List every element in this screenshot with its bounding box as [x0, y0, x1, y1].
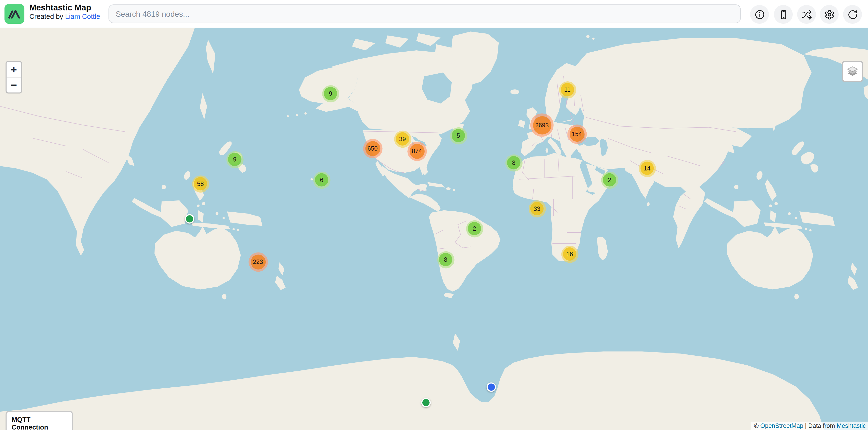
info-button[interactable]: [750, 5, 769, 24]
cluster-count: 8: [507, 156, 521, 169]
cluster-count: 39: [396, 132, 409, 145]
openstreetmap-link[interactable]: OpenStreetMap: [760, 422, 803, 429]
mobile-device-button[interactable]: [774, 5, 793, 24]
mqtt-connection-legend: MQTT Connection ConnectedDisconnected: [6, 410, 73, 430]
cluster-count: 58: [194, 177, 207, 190]
cluster-count: 154: [569, 126, 584, 141]
refresh-icon: [847, 9, 858, 20]
meshtastic-map-app: 911269315439650874582149586332816223 + −…: [0, 0, 868, 430]
settings-button[interactable]: [820, 5, 839, 24]
zoom-out-button[interactable]: −: [6, 77, 21, 93]
node-cluster-marker[interactable]: 9: [226, 151, 243, 168]
title-block: Meshtastic Map Created by Liam Cottle: [29, 3, 100, 21]
cluster-count: 9: [228, 153, 242, 166]
meshtastic-logo-icon: [4, 4, 24, 24]
node-cluster-marker[interactable]: 874: [407, 141, 427, 161]
node-cluster-marker[interactable]: 14: [639, 160, 656, 177]
node-marker-connected[interactable]: [421, 398, 430, 407]
node-cluster-marker[interactable]: 8: [505, 154, 522, 171]
node-cluster-marker[interactable]: 2: [601, 171, 618, 188]
page-title: Meshtastic Map: [29, 3, 100, 12]
node-cluster-marker[interactable]: 650: [363, 139, 382, 158]
node-cluster-marker[interactable]: 223: [248, 252, 268, 271]
cluster-count: 33: [530, 202, 544, 215]
meshtastic-logo: [4, 4, 24, 24]
cluster-count: 5: [452, 129, 465, 142]
top-bar: Meshtastic Map Created by Liam Cottle: [0, 0, 868, 28]
meshtastic-link[interactable]: Meshtastic: [837, 422, 866, 429]
cluster-count: 650: [365, 141, 380, 156]
node-cluster-marker[interactable]: 5: [450, 127, 467, 144]
node-cluster-marker[interactable]: 2693: [530, 113, 554, 137]
cluster-count: 2: [603, 173, 616, 187]
node-marker-connected[interactable]: [185, 214, 194, 223]
cluster-count: 2: [468, 222, 481, 235]
cluster-count: 9: [324, 87, 337, 100]
cluster-count: 16: [563, 247, 577, 261]
map-zoom-control: + −: [6, 61, 22, 94]
zoom-in-button[interactable]: +: [6, 62, 21, 77]
info-icon: [754, 9, 765, 20]
cluster-count: 6: [315, 173, 329, 187]
refresh-button[interactable]: [843, 5, 862, 24]
search-input[interactable]: [108, 4, 741, 23]
cluster-count: 11: [561, 83, 574, 96]
node-cluster-marker[interactable]: 11: [559, 81, 576, 98]
smartphone-icon: [778, 9, 788, 20]
node-cluster-marker[interactable]: 58: [192, 175, 209, 192]
attribution-copyright: ©: [754, 422, 761, 429]
layers-icon: [846, 65, 859, 77]
cluster-count: 8: [439, 253, 453, 266]
cluster-count: 223: [250, 254, 266, 269]
node-cluster-marker[interactable]: 6: [313, 171, 330, 188]
node-cluster-marker[interactable]: 8: [437, 251, 454, 268]
byline: Created by Liam Cottle: [29, 13, 100, 21]
map-attribution: © OpenStreetMap | Data from Meshtastic: [751, 422, 868, 430]
node-cluster-marker[interactable]: 33: [528, 200, 546, 217]
node-cluster-marker[interactable]: 39: [394, 130, 411, 147]
node-cluster-marker[interactable]: 9: [322, 85, 339, 102]
node-cluster-marker[interactable]: 16: [561, 245, 578, 263]
liam-cottle-link[interactable]: Liam Cottle: [65, 13, 100, 21]
node-cluster-marker[interactable]: 154: [567, 124, 587, 143]
cluster-count: 874: [409, 143, 424, 159]
gear-icon: [824, 9, 834, 20]
cluster-count: 2693: [533, 116, 551, 134]
legend-title: MQTT Connection: [11, 416, 67, 430]
shuffle-icon: [801, 9, 812, 20]
node-cluster-marker[interactable]: 2: [466, 220, 483, 237]
byline-prefix: Created by: [29, 13, 65, 21]
shuffle-button[interactable]: [797, 5, 816, 24]
node-marker-disconnected[interactable]: [486, 382, 496, 392]
attribution-middle: | Data from: [803, 422, 837, 429]
world-map[interactable]: 911269315439650874582149586332816223 + −…: [0, 28, 868, 430]
world-map-tiles: [0, 28, 868, 430]
layers-control-button[interactable]: [842, 61, 863, 82]
cluster-count: 14: [641, 162, 654, 175]
